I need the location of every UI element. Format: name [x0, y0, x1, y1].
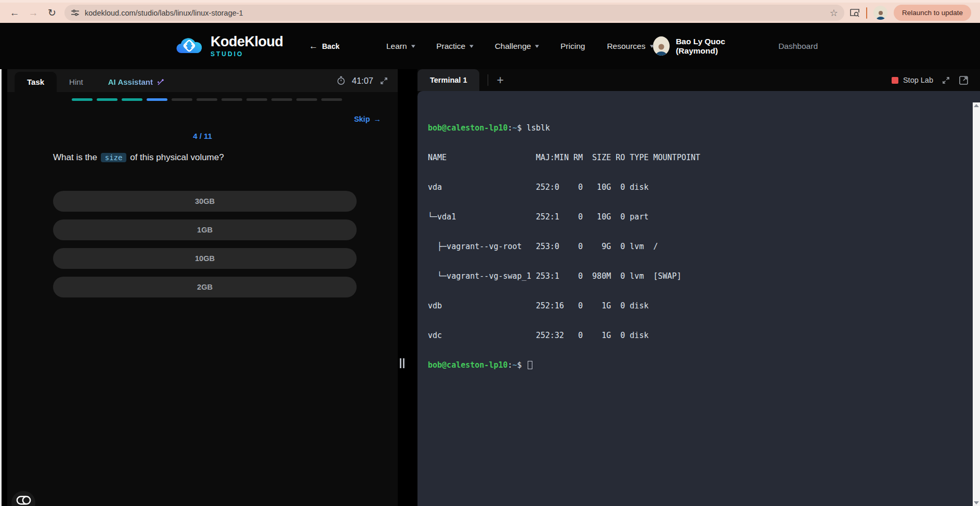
- terminal-prompt-line: bob@caleston-lp10:~$ lsblk: [428, 123, 970, 133]
- progress-segment: [147, 98, 167, 101]
- nav-item-resources[interactable]: Resources▾: [607, 42, 653, 51]
- stopwatch-icon: [336, 76, 346, 85]
- progress-segment: [172, 98, 192, 101]
- progress-segment: [122, 98, 142, 101]
- progress-segment: [97, 98, 117, 101]
- browser-chrome: ← → ↻ kodekloud.com/studio/labs/linux/li…: [0, 0, 980, 23]
- brand-subtitle: STUDIO: [211, 51, 283, 57]
- terminal-output-line: vdc 252:32 0 1G 0 disk: [428, 331, 970, 341]
- terminal-output: bob@caleston-lp10:~$ lsblk NAME MAJ:MIN …: [417, 91, 980, 403]
- stop-lab-button[interactable]: Stop Lab: [892, 76, 933, 84]
- panel-resize-handle[interactable]: [400, 358, 404, 368]
- kodekloud-cloud-icon: [174, 35, 204, 57]
- tab-terminal-1[interactable]: Terminal 1: [417, 69, 479, 91]
- main-nav: Learn▾ Practice▾ Challenge▾ Pricing Reso…: [386, 42, 653, 51]
- terminal-tabbar: Terminal 1 + Stop Lab: [417, 69, 980, 91]
- task-tabbar: Task Hint AI Assistant 41:07: [7, 69, 398, 92]
- scroll-up-icon[interactable]: [974, 104, 979, 107]
- terminal-output-line: NAME MAJ:MIN RM SIZE RO TYPE MOUNTPOINT: [428, 153, 970, 163]
- nav-item-learn[interactable]: Learn▾: [386, 42, 414, 51]
- question-text: What is the size of this physical volume…: [53, 152, 224, 163]
- user-name: Bao Ly Quoc (Raymond): [676, 37, 756, 56]
- chevron-down-icon: ▾: [649, 43, 654, 49]
- progress-segment: [296, 98, 317, 101]
- terminal-panel: Terminal 1 + Stop Lab bob@caleston-lp10:…: [417, 69, 980, 506]
- answer-option-1[interactable]: 30GB: [53, 191, 357, 212]
- scroll-down-icon[interactable]: [974, 501, 979, 504]
- relaunch-button[interactable]: Relaunch to update: [894, 5, 971, 21]
- terminal-cursor: [528, 361, 532, 369]
- terminal-output-line: ├─vagrant--vg-root 253:0 0 9G 0 lvm /: [428, 242, 970, 252]
- step-indicator: 4 / 11: [7, 132, 398, 140]
- brand-name: KodeKloud: [211, 35, 283, 49]
- progress-segment: [197, 98, 217, 101]
- chrome-separator: [866, 7, 867, 19]
- expand-panel-icon[interactable]: [380, 76, 388, 85]
- progress-bar: [72, 98, 342, 101]
- expand-terminal-icon[interactable]: [942, 76, 950, 85]
- answer-option-2[interactable]: 1GB: [53, 219, 357, 240]
- tab-task[interactable]: Task: [15, 72, 57, 92]
- url-text[interactable]: kodekloud.com/studio/labs/linux/linux-st…: [85, 9, 826, 17]
- back-link[interactable]: ← Back: [309, 41, 339, 51]
- browser-reload-button[interactable]: ↻: [44, 5, 60, 21]
- browser-forward-button[interactable]: →: [25, 5, 41, 21]
- answer-option-4[interactable]: 2GB: [53, 277, 357, 297]
- question-code-badge: size: [101, 153, 127, 162]
- address-bar[interactable]: kodekloud.com/studio/labs/linux/linux-st…: [64, 5, 844, 21]
- tab-separator: [488, 74, 488, 86]
- nav-item-challenge[interactable]: Challenge▾: [495, 42, 539, 51]
- terminal-prompt-line: bob@caleston-lp10:~$: [428, 360, 970, 370]
- terminal-output-line: └─vda1 252:1 0 10G 0 part: [428, 212, 970, 222]
- user-menu[interactable]: Bao Ly Quoc (Raymond): [653, 36, 756, 56]
- kodekloud-logo[interactable]: KodeKloud STUDIO: [174, 35, 283, 57]
- back-arrow-icon: ←: [309, 41, 318, 51]
- terminal-command: lsblk: [527, 123, 550, 133]
- stop-lab-label: Stop Lab: [903, 76, 933, 84]
- tab-ai-assistant[interactable]: AI Assistant: [96, 72, 177, 92]
- arrow-right-icon: →: [374, 115, 382, 123]
- terminal-output-line: vda 252:0 0 10G 0 disk: [428, 183, 970, 192]
- open-external-icon[interactable]: [959, 75, 969, 85]
- terminal-body[interactable]: bob@caleston-lp10:~$ lsblk NAME MAJ:MIN …: [417, 91, 980, 506]
- app-header: KodeKloud STUDIO ← Back Learn▾ Practice▾…: [0, 23, 980, 69]
- chevron-down-icon: ▾: [411, 43, 415, 49]
- bookmark-star-icon[interactable]: ☆: [830, 7, 838, 19]
- tab-hint[interactable]: Hint: [57, 72, 96, 92]
- back-label: Back: [322, 42, 339, 50]
- browser-profile-avatar[interactable]: [873, 6, 887, 20]
- lab-timer: 41:07: [352, 76, 373, 86]
- new-terminal-button[interactable]: +: [496, 73, 503, 87]
- task-panel: Task Hint AI Assistant 41:07 Skip → 4 / …: [7, 69, 398, 506]
- terminal-output-line: └─vagrant--vg-swap_1 253:1 0 980M 0 lvm …: [428, 271, 970, 281]
- user-avatar: [653, 36, 670, 56]
- progress-segment: [321, 98, 342, 101]
- toggle-icon: [16, 495, 31, 505]
- main-area: Task Hint AI Assistant 41:07 Skip → 4 / …: [0, 69, 980, 506]
- left-scrollbar-strip[interactable]: [0, 69, 2, 506]
- chevron-down-icon: ▾: [469, 43, 474, 49]
- magic-wand-icon: [156, 78, 165, 86]
- progress-segment: [271, 98, 292, 101]
- nav-item-dashboard[interactable]: Dashboard: [778, 42, 818, 51]
- nav-item-practice[interactable]: Practice▾: [436, 42, 473, 51]
- terminal-output-line: vdb 252:16 0 1G 0 disk: [428, 301, 970, 311]
- progress-segment: [246, 98, 267, 101]
- skip-button[interactable]: Skip →: [354, 115, 381, 123]
- chevron-down-icon: ▾: [535, 43, 539, 49]
- stop-icon: [892, 77, 898, 84]
- answer-option-3[interactable]: 10GB: [53, 248, 357, 269]
- progress-segment: [221, 98, 242, 101]
- nav-item-pricing[interactable]: Pricing: [560, 42, 585, 51]
- answer-options: 30GB 1GB 10GB 2GB: [53, 191, 357, 297]
- progress-segment: [72, 98, 93, 101]
- browser-back-button[interactable]: ←: [7, 5, 22, 21]
- terminal-scrollbar[interactable]: [973, 102, 980, 506]
- screen-search-icon[interactable]: [850, 8, 860, 18]
- site-info-icon[interactable]: [71, 8, 80, 17]
